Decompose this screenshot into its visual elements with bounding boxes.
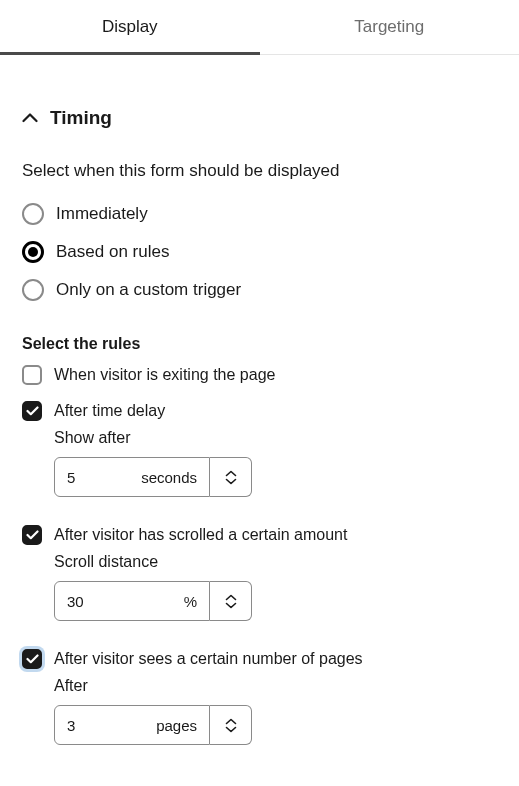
chevron-up-icon — [22, 113, 38, 123]
tab-display-label: Display — [102, 17, 158, 37]
checkbox-scroll[interactable]: After visitor has scrolled a certain amo… — [22, 525, 497, 545]
timing-radio-group: Immediately Based on rules Only on a cus… — [22, 203, 497, 301]
pages-input-box[interactable]: 3 pages — [54, 705, 210, 745]
pages-stepper[interactable] — [210, 705, 252, 745]
radio-label-custom-trigger: Only on a custom trigger — [56, 280, 241, 300]
scroll-stepper[interactable] — [210, 581, 252, 621]
radio-icon — [22, 279, 44, 301]
radio-based-on-rules[interactable]: Based on rules — [22, 241, 497, 263]
time-delay-value: 5 — [67, 469, 75, 486]
scroll-input[interactable]: 30 % — [54, 581, 252, 621]
checkbox-pages[interactable]: After visitor sees a certain number of p… — [22, 649, 497, 669]
section-header-timing[interactable]: Timing — [22, 107, 497, 129]
time-delay-stepper[interactable] — [210, 457, 252, 497]
scroll-field: Scroll distance 30 % — [54, 553, 497, 621]
scroll-sublabel: Scroll distance — [54, 553, 497, 571]
radio-custom-trigger[interactable]: Only on a custom trigger — [22, 279, 497, 301]
time-delay-sublabel: Show after — [54, 429, 497, 447]
radio-label-based-on-rules: Based on rules — [56, 242, 169, 262]
radio-immediately[interactable]: Immediately — [22, 203, 497, 225]
time-delay-field: Show after 5 seconds — [54, 429, 497, 497]
tabs: Display Targeting — [0, 0, 519, 55]
chevron-up-icon — [225, 718, 237, 725]
section-title: Timing — [50, 107, 112, 129]
checkbox-icon — [22, 525, 42, 545]
checkbox-label-time-delay: After time delay — [54, 402, 165, 420]
chevron-down-icon — [225, 478, 237, 485]
time-delay-input-box[interactable]: 5 seconds — [54, 457, 210, 497]
checkbox-icon — [22, 401, 42, 421]
radio-label-immediately: Immediately — [56, 204, 148, 224]
pages-value: 3 — [67, 717, 75, 734]
pages-input[interactable]: 3 pages — [54, 705, 252, 745]
checkbox-label-pages: After visitor sees a certain number of p… — [54, 650, 363, 668]
scroll-input-box[interactable]: 30 % — [54, 581, 210, 621]
time-delay-unit: seconds — [141, 469, 197, 486]
tab-targeting-label: Targeting — [354, 17, 424, 37]
chevron-up-icon — [225, 470, 237, 477]
pages-field: After 3 pages — [54, 677, 497, 745]
content: Timing Select when this form should be d… — [0, 55, 519, 786]
tab-display[interactable]: Display — [0, 0, 260, 54]
tab-targeting[interactable]: Targeting — [260, 0, 520, 54]
checkbox-exit-intent[interactable]: When visitor is exiting the page — [22, 365, 497, 385]
checkbox-icon — [22, 649, 42, 669]
scroll-value: 30 — [67, 593, 84, 610]
radio-icon — [22, 241, 44, 263]
checkbox-label-scroll: After visitor has scrolled a certain amo… — [54, 526, 347, 544]
pages-unit: pages — [156, 717, 197, 734]
time-delay-input[interactable]: 5 seconds — [54, 457, 252, 497]
radio-icon — [22, 203, 44, 225]
checkbox-time-delay[interactable]: After time delay — [22, 401, 497, 421]
section-description: Select when this form should be displaye… — [22, 161, 497, 181]
rules-title: Select the rules — [22, 335, 497, 353]
chevron-up-icon — [225, 594, 237, 601]
chevron-down-icon — [225, 726, 237, 733]
pages-sublabel: After — [54, 677, 497, 695]
chevron-down-icon — [225, 602, 237, 609]
scroll-unit: % — [184, 593, 197, 610]
checkbox-icon — [22, 365, 42, 385]
checkbox-label-exit-intent: When visitor is exiting the page — [54, 366, 275, 384]
